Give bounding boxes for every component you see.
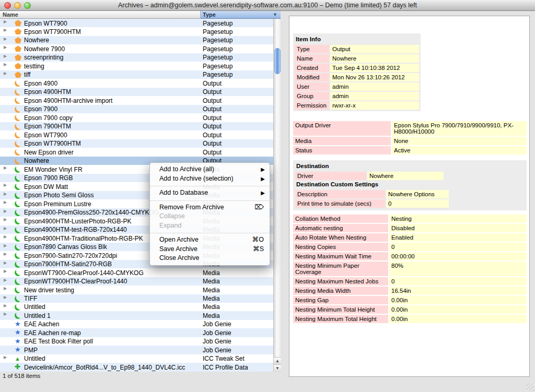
menu-item[interactable]: Open Archive⌘O [150,235,270,245]
disclosure-triangle-icon[interactable]: ▶ [4,200,7,205]
list-row[interactable]: ✚Devicelink/Amcor_BotRld4...V_to_Ep98_14… [0,363,273,371]
list-row[interactable]: ▶EpsonWT7900HTM-ClearProof-1440Media [0,277,273,286]
list-row[interactable]: ▶NowherePagesetup [0,36,273,44]
list-row[interactable]: ▶tiffPagesetup [0,70,273,79]
info-label: Modified [295,73,329,81]
disclosure-triangle-icon[interactable]: ▶ [4,28,7,32]
disclosure-triangle-icon[interactable]: ▶ [4,286,7,291]
scroll-down-icon[interactable]: ▼ [274,364,281,372]
info-label: Created [295,64,329,72]
row-name: Devicelink/Amcor_BotRld4...V_to_Ep98_144… [24,364,185,371]
row-type: Media [203,269,220,277]
disclosure-triangle-icon[interactable]: ▶ [4,54,7,58]
list-row[interactable]: Epson 7900Output [0,105,273,113]
list-row[interactable]: ▶testtingPagesetup [0,62,273,70]
disclosure-triangle-icon[interactable]: ▶ [4,243,7,248]
column-header-type[interactable]: Type ▼ [201,11,281,19]
disclosure-triangle-icon[interactable]: ▶ [4,234,7,239]
menu-item[interactable]: Close Archive [150,254,270,263]
disclosure-triangle-icon[interactable]: ▶ [4,45,7,50]
info-label: Nesting Media Width [293,287,388,295]
pagesetup-icon [15,72,21,78]
disclosure-triangle-icon[interactable]: ▶ [4,312,7,316]
list-row[interactable]: ★EAE Aachen re-mapJob Genie [0,328,273,337]
disclosure-triangle-icon[interactable]: ▶ [4,183,7,187]
menu-item[interactable]: Add to Database▶ [150,188,270,198]
column-header-name[interactable]: Name [0,11,201,19]
list-row[interactable]: Epson 4900HTM-archive importOutput [0,96,273,104]
row-name: New Epson driver [24,149,74,156]
vertical-scrollbar[interactable]: ▲ ▼ [273,19,281,372]
list-row[interactable]: Epson 7900 copyOutput [0,113,273,122]
jobgenie-icon: ★ [15,329,21,335]
list-row[interactable]: Epson WT7900Output [0,130,273,139]
list-row[interactable]: ▶EpsonWT7900-ClearProof-1440-CMYKOGMedia [0,268,273,277]
row-name: Untitled [24,355,45,362]
info-value: Mon Nov 26 13:10:26 2012 [330,73,419,81]
disclosure-triangle-icon[interactable]: ▶ [4,71,7,76]
destination-custom-title: Destination Custom Settings [295,180,524,189]
info-value: Nowhere [330,54,419,63]
list-row[interactable]: ▶Nowhere 7900Pagesetup [0,44,273,53]
list-row[interactable]: ★PMPJob Genie [0,346,273,354]
row-type: Pagesetup [203,28,232,35]
list-row[interactable]: ▶Epson WT7900HTMPagesetup [0,27,273,35]
list-row[interactable]: Epson WT7900HTMOutput [0,139,273,148]
disclosure-triangle-icon[interactable]: ▶ [4,303,7,308]
info-label: Automatic nesting [293,224,388,232]
row-type: Output [203,114,222,122]
list-row[interactable]: Epson 7900HTMOutput [0,122,273,130]
row-name: Epson WT7900HTM [24,28,81,35]
info-row: CreatedTue Sep 4 10:10:38 2012 [295,64,419,72]
list-row[interactable]: ★EAE Test Book Filter pollJob Genie [0,337,273,346]
disclosure-triangle-icon[interactable]: ▶ [4,355,7,360]
disclosure-triangle-icon[interactable]: ▶ [4,19,7,24]
disclosure-triangle-icon[interactable]: ▶ [4,269,7,274]
disclosure-triangle-icon[interactable]: ▶ [4,37,7,41]
row-name: EpsonWT7900HTM-ClearProof-1440 [24,278,127,285]
menu-item[interactable]: Add to Archive (all)▶ [150,165,270,174]
menu-separator [150,233,270,233]
list-row[interactable]: ▶UntitledMedia [0,303,273,311]
list-row[interactable]: New Epson driverOutput [0,148,273,156]
info-row: Nesting Maximum Nested Jobs0 [293,277,527,286]
list-row[interactable]: ▶Untitled 1Media [0,311,273,319]
row-name: screenprinting [24,54,63,61]
info-value: 0.00in [389,296,527,304]
list-row[interactable]: ▶screenprintingPagesetup [0,53,273,62]
disclosure-triangle-icon[interactable]: ▶ [4,192,7,196]
list-row[interactable]: Epson 4900HTMOutput [0,88,273,96]
row-name: Epson4900HTM-test-RGB-720x1440 [24,226,127,233]
scroll-up-icon[interactable]: ▲ [274,357,281,364]
info-label: Media [293,137,391,145]
list-row[interactable]: ▶New driver testingMedia [0,286,273,294]
sort-descending-icon[interactable]: ▼ [273,12,277,17]
list-row[interactable]: ▶TIFFMedia [0,294,273,303]
menu-item-label: Remove From Archive [159,204,224,211]
disclosure-triangle-icon[interactable]: ▶ [4,226,7,231]
list-row[interactable]: ★EAE AachenJob Genie [0,320,273,328]
scrollbar-thumb[interactable] [274,48,281,74]
menu-item[interactable]: Add to Archive (selection)▶ [150,174,270,184]
disclosure-triangle-icon[interactable]: ▶ [4,295,7,300]
disclosure-triangle-icon[interactable]: ▶ [4,62,7,67]
list-row[interactable]: Epson 4900Output [0,79,273,87]
output-icon [15,89,21,96]
disclosure-triangle-icon[interactable]: ▶ [4,252,7,256]
disclosure-triangle-icon[interactable]: ▶ [4,217,7,222]
disclosure-triangle-icon[interactable]: ▶ [4,165,7,170]
media-icon [15,175,21,182]
output-icon [15,80,21,87]
disclosure-triangle-icon[interactable]: ▶ [4,209,7,213]
row-name: Epson7890 Canvas Gloss Blk [24,243,107,251]
info-row: Groupadmin [295,92,419,100]
row-name: Epson 4900 [24,80,57,87]
list-row[interactable]: ▶Epson WT7900Pagesetup [0,19,273,27]
disclosure-triangle-icon[interactable]: ▶ [4,260,7,265]
resize-grip[interactable] [527,384,534,391]
disclosure-triangle-icon[interactable]: ▶ [4,278,7,282]
list-row[interactable]: ▶▲UntitledICC Tweak Set [0,354,273,363]
pagesetup-icon [15,63,21,69]
menu-item[interactable]: Remove From Archive⌦ [150,203,270,212]
menu-item[interactable]: Save Archive⌘S [150,245,270,254]
